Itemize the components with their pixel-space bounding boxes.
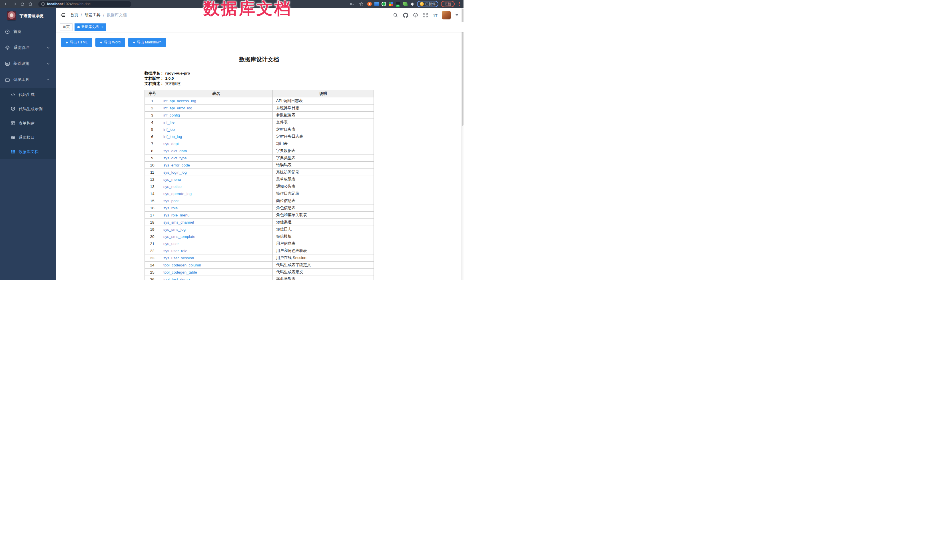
app-logo-row[interactable]: 芋道管理系统 bbox=[0, 8, 56, 24]
table-link[interactable]: sys_login_log bbox=[163, 170, 187, 175]
table-link[interactable]: tool_codegen_table bbox=[163, 270, 197, 275]
site-info-icon[interactable] bbox=[41, 2, 45, 6]
browser-menu-icon[interactable]: ⋮ bbox=[457, 2, 460, 6]
row-description: 部门表 bbox=[273, 140, 374, 147]
table-link[interactable]: sys_dict_data bbox=[163, 149, 187, 153]
font-size-icon[interactable]: тT bbox=[433, 13, 437, 18]
table-link[interactable]: inf_api_access_log bbox=[163, 99, 196, 103]
table-row: 12 sys_menu 菜单权限表 bbox=[145, 176, 374, 183]
row-table-name: inf_api_error_log bbox=[160, 105, 273, 112]
browser-back-icon[interactable] bbox=[3, 1, 10, 8]
row-number: 6 bbox=[145, 133, 160, 140]
table-link[interactable]: sys_user_session bbox=[163, 256, 194, 260]
table-link[interactable]: sys_user_role bbox=[163, 249, 187, 253]
row-description: 系统访问记录 bbox=[273, 169, 374, 176]
table-link[interactable]: sys_menu bbox=[163, 178, 181, 182]
sidebar-item-db-doc[interactable]: 数据库文档 bbox=[0, 145, 56, 159]
row-table-name: sys_sms_channel bbox=[160, 219, 273, 226]
sidebar-fold-icon[interactable] bbox=[60, 12, 66, 18]
table-link[interactable]: inf_job_log bbox=[163, 135, 182, 139]
row-description: 通知公告表 bbox=[273, 183, 374, 190]
extension-paused-badge[interactable]: 已暂停 bbox=[417, 1, 438, 7]
table-row: 13 sys_notice 通知公告表 bbox=[145, 183, 374, 190]
help-icon[interactable] bbox=[413, 12, 418, 18]
github-icon[interactable] bbox=[403, 12, 408, 18]
table-link[interactable]: sys_notice bbox=[163, 185, 182, 189]
user-caret-icon[interactable] bbox=[456, 14, 458, 16]
row-number: 15 bbox=[145, 197, 160, 205]
export-toolbar: +导出 HTML +导出 Word +导出 Markdown bbox=[61, 38, 464, 47]
row-number: 1 bbox=[145, 97, 160, 105]
export-html-button[interactable]: +导出 HTML bbox=[61, 38, 92, 47]
extension-green-check-icon[interactable] bbox=[381, 2, 386, 6]
browser-forward-icon[interactable] bbox=[11, 1, 18, 8]
sidebar-item-infra[interactable]: 基础设施 bbox=[0, 56, 56, 72]
extension-orange-icon[interactable] bbox=[367, 2, 372, 6]
browser-update-button[interactable]: 更新 bbox=[441, 1, 454, 7]
address-bar[interactable]: localhost:1024/tool/db-doc bbox=[38, 1, 131, 7]
table-link[interactable]: inf_file bbox=[163, 120, 175, 124]
close-tag-icon[interactable]: × bbox=[101, 25, 103, 29]
key-icon[interactable] bbox=[348, 1, 355, 8]
extension-blue-icon[interactable] bbox=[374, 2, 379, 6]
page-scrollbar[interactable] bbox=[461, 8, 464, 280]
table-link[interactable]: sys_sms_log bbox=[163, 227, 185, 232]
row-table-name: sys_menu bbox=[160, 176, 273, 183]
row-description: 参数配置表 bbox=[273, 112, 374, 119]
toolbox-icon bbox=[5, 77, 10, 82]
tag-db-doc[interactable]: 数据库文档 × bbox=[74, 23, 106, 31]
table-link[interactable]: tool_codegen_column bbox=[163, 263, 201, 267]
table-link[interactable]: inf_config bbox=[163, 113, 180, 117]
url-text: localhost:1024/tool/db-doc bbox=[47, 2, 90, 6]
export-markdown-button[interactable]: +导出 Markdown bbox=[128, 38, 166, 47]
extension-grid-icon[interactable] bbox=[389, 2, 393, 6]
table-row: 3 inf_config 参数配置表 bbox=[145, 112, 374, 119]
sidebar-item-codegen[interactable]: 代码生成 bbox=[0, 88, 56, 102]
sidebar-item-system-api[interactable]: 系统接口 bbox=[0, 131, 56, 145]
table-link[interactable]: sys_operate_log bbox=[163, 191, 191, 196]
table-link[interactable]: inf_job bbox=[163, 127, 175, 132]
bookmark-star-icon[interactable] bbox=[358, 1, 365, 8]
extension-leaf-icon[interactable] bbox=[403, 2, 407, 6]
row-table-name: sys_dict_data bbox=[160, 147, 273, 155]
table-row: 22 sys_user_role 用户和角色关联表 bbox=[145, 247, 374, 255]
table-link[interactable]: sys_sms_template bbox=[163, 234, 195, 239]
sidebar-item-home[interactable]: 首页 bbox=[0, 24, 56, 40]
table-link[interactable]: sys_user bbox=[163, 241, 179, 246]
row-number: 17 bbox=[145, 212, 160, 219]
table-row: 10 sys_error_code 错误码表 bbox=[145, 162, 374, 169]
row-description: 岗位信息表 bbox=[273, 197, 374, 205]
user-avatar[interactable] bbox=[442, 11, 451, 20]
meta-value: 1.0.0 bbox=[166, 76, 174, 80]
export-word-button[interactable]: +导出 Word bbox=[96, 38, 125, 47]
emoji-face-icon bbox=[420, 2, 424, 6]
breadcrumb-home[interactable]: 首页 bbox=[70, 12, 78, 18]
tag-home[interactable]: 首页 bbox=[60, 23, 73, 31]
meta-label: 文档描述： bbox=[144, 81, 164, 86]
row-description: 菜单权限表 bbox=[273, 176, 374, 183]
extension-on-badge-icon[interactable]: on bbox=[396, 2, 400, 6]
row-description: 角色和菜单关联表 bbox=[273, 212, 374, 219]
row-table-name: sys_user_session bbox=[160, 255, 273, 262]
table-link[interactable]: sys_error_code bbox=[163, 163, 190, 167]
table-link[interactable]: tool_test_demo bbox=[163, 277, 190, 280]
sidebar-item-system[interactable]: 系统管理 bbox=[0, 40, 56, 56]
table-link[interactable]: sys_role bbox=[163, 206, 178, 210]
table-row: 16 sys_role 角色信息表 bbox=[145, 205, 374, 212]
table-link[interactable]: sys_sms_channel bbox=[163, 220, 194, 225]
breadcrumb-devtools[interactable]: 研发工具 bbox=[85, 12, 100, 18]
table-link[interactable]: sys_dict_type bbox=[163, 156, 187, 160]
extension-puzzle-icon[interactable] bbox=[410, 2, 414, 6]
browser-reload-icon[interactable] bbox=[19, 1, 26, 8]
browser-home-icon[interactable] bbox=[27, 1, 34, 8]
table-link[interactable]: sys_dept bbox=[163, 142, 179, 146]
table-link[interactable]: inf_api_error_log bbox=[163, 106, 192, 110]
search-icon[interactable] bbox=[393, 12, 398, 18]
row-description: 操作日志记录 bbox=[273, 190, 374, 197]
sidebar-item-form-builder[interactable]: 表单构建 bbox=[0, 116, 56, 131]
sidebar-item-devtools[interactable]: 研发工具 bbox=[0, 72, 56, 88]
sidebar-item-codegen-example[interactable]: 代码生成示例 bbox=[0, 102, 56, 116]
fullscreen-icon[interactable] bbox=[423, 12, 428, 18]
table-link[interactable]: sys_post bbox=[163, 199, 178, 203]
table-link[interactable]: sys_role_menu bbox=[163, 213, 190, 217]
